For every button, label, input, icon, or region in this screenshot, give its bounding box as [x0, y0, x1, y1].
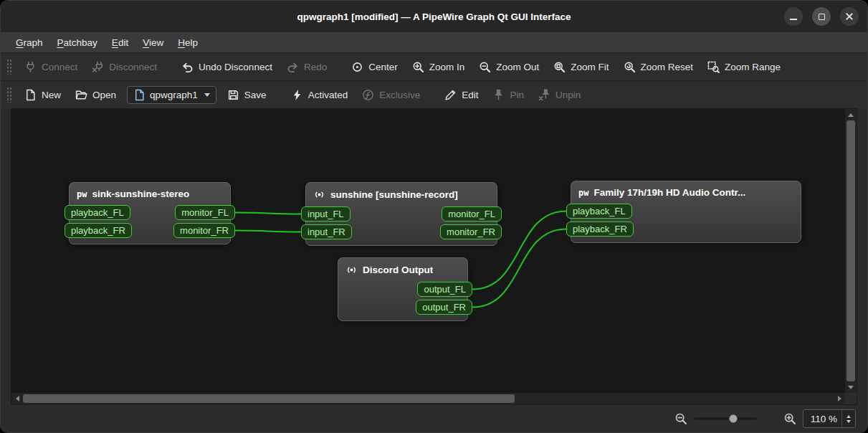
node-title: Family 17h/19h HD Audio Contr...	[593, 187, 745, 198]
spin-buttons	[841, 410, 855, 427]
zoom-out-button[interactable]: Zoom Out	[472, 57, 545, 77]
center-button[interactable]: Center	[345, 57, 404, 77]
unpin-button[interactable]: Unpin	[532, 85, 587, 105]
close-button[interactable]	[840, 7, 859, 26]
minimize-button[interactable]	[784, 7, 803, 26]
zoom-value: 110 %	[810, 414, 837, 424]
graph-node[interactable]: Discord Outputoutput_FLoutput_FR	[338, 257, 468, 321]
pipewire-icon: pw	[77, 190, 87, 199]
v-scroll-down-button[interactable]	[845, 381, 857, 393]
new-button[interactable]: New	[18, 85, 67, 105]
graph-port[interactable]: input_FL	[301, 206, 350, 222]
graph-port[interactable]: monitor_FR	[440, 224, 502, 239]
session-combobox[interactable]: qpwgraph1	[127, 86, 216, 104]
zoom-reset-button[interactable]: Zoom Reset	[617, 57, 700, 77]
graph-port[interactable]: playback_FL	[65, 205, 130, 220]
h-scroll-right-button[interactable]	[834, 393, 845, 404]
graph-port[interactable]: monitor_FR	[173, 223, 235, 238]
speaker-icon	[345, 264, 358, 276]
graph-port[interactable]: output_FL	[417, 282, 472, 297]
speaker-icon	[313, 189, 325, 201]
connection-cable[interactable]	[235, 231, 301, 232]
menu-patchbay[interactable]: Patchbay	[51, 35, 104, 50]
undo-icon	[181, 61, 194, 73]
zoom-slider[interactable]	[694, 413, 757, 424]
graph-port[interactable]: playback_FR	[566, 222, 634, 237]
node-title: sink-sunshine-stereo	[92, 189, 189, 199]
statusbar: 110 %	[1, 405, 867, 432]
zoom-range-icon	[707, 61, 720, 73]
unpin-icon	[538, 89, 550, 101]
menu-graph[interactable]: Graph	[9, 35, 49, 50]
chevron-down-icon	[204, 93, 210, 97]
undo-disconnect-button[interactable]: Undo Disconnect	[175, 57, 279, 77]
horizontal-scrollbar[interactable]	[11, 393, 845, 404]
plug-disconnect-icon	[92, 61, 104, 73]
connect-button[interactable]: Connect	[18, 57, 84, 77]
zoom-fit-button[interactable]: Zoom Fit	[547, 57, 615, 77]
maximize-button[interactable]	[812, 7, 831, 26]
plug-icon	[24, 61, 37, 73]
graph-port[interactable]: playback_FL	[566, 204, 632, 219]
arrow-up-icon	[848, 113, 854, 117]
graph-port[interactable]: output_FR	[416, 300, 472, 315]
graph-node[interactable]: pwFamily 17h/19h HD Audio Contr...playba…	[571, 181, 801, 243]
activated-button[interactable]: Activated	[285, 85, 355, 105]
graph-node[interactable]: pwsink-sunshine-stereoplayback_FLmonitor…	[69, 182, 231, 244]
main-area: pwsink-sunshine-stereoplayback_FLmonitor…	[1, 108, 867, 405]
vertical-scrollbar[interactable]	[845, 109, 857, 393]
titlebar[interactable]: qpwgraph1 [modified] — A PipeWire Graph …	[1, 1, 867, 32]
zoom-spinbox[interactable]: 110 %	[803, 409, 856, 428]
toolbar-drag-handle[interactable]	[6, 59, 11, 75]
spin-up-icon[interactable]	[846, 415, 851, 418]
file-toolbar: New Open qpwgraph1 Save Activated Exclus…	[1, 80, 867, 108]
app-window: qpwgraph1 [modified] — A PipeWire Graph …	[0, 0, 868, 433]
graph-canvas[interactable]: pwsink-sunshine-stereoplayback_FLmonitor…	[11, 109, 845, 393]
lightning-icon	[291, 89, 303, 101]
arrow-down-icon	[848, 386, 854, 389]
v-scroll-thumb[interactable]	[846, 120, 855, 381]
redo-button[interactable]: Redo	[280, 57, 333, 77]
menu-help[interactable]: Help	[171, 35, 204, 50]
exclusive-button[interactable]: Exclusive	[356, 85, 426, 105]
zoom-in-button[interactable]: Zoom In	[406, 57, 472, 77]
file-icon	[133, 89, 146, 101]
edit-button[interactable]: Edit	[438, 85, 485, 105]
graph-port[interactable]: playback_FR	[65, 223, 132, 238]
zoom-out-icon	[479, 61, 491, 73]
new-file-icon	[24, 89, 37, 101]
disconnect-button[interactable]: Disconnect	[85, 57, 163, 77]
h-scroll-left-button[interactable]	[11, 393, 23, 404]
zoom-range-button[interactable]: Zoom Range	[701, 57, 787, 77]
node-title: sunshine [sunshine-record]	[330, 189, 458, 200]
graph-port[interactable]: input_FR	[301, 224, 352, 239]
h-scroll-thumb[interactable]	[23, 394, 515, 403]
save-button[interactable]: Save	[221, 85, 273, 105]
zoom-in-icon[interactable]	[783, 412, 796, 425]
toolbar-drag-handle[interactable]	[6, 87, 11, 103]
slider-groove	[694, 417, 757, 420]
scrollbar-corner	[845, 393, 857, 404]
center-target-icon	[351, 61, 363, 73]
graph-port[interactable]: monitor_FL	[442, 206, 502, 222]
open-button[interactable]: Open	[69, 85, 123, 105]
zoom-out-icon[interactable]	[674, 412, 687, 425]
minimize-icon	[790, 19, 797, 20]
arrow-left-icon	[16, 396, 19, 401]
window-controls	[784, 1, 859, 32]
graph-port[interactable]: monitor_FL	[175, 205, 235, 220]
session-name: qpwgraph1	[150, 90, 198, 100]
connection-cable[interactable]	[235, 213, 301, 214]
pipewire-icon: pw	[578, 189, 588, 197]
graph-view: pwsink-sunshine-stereoplayback_FLmonitor…	[11, 108, 857, 405]
pencil-icon	[444, 89, 457, 101]
menu-edit[interactable]: Edit	[105, 35, 135, 50]
spin-down-icon[interactable]	[846, 420, 851, 423]
pin-button[interactable]: Pin	[486, 85, 530, 105]
v-scroll-up-button[interactable]	[845, 109, 857, 120]
menubar: Graph Patchbay Edit View Help	[1, 32, 867, 52]
zoom-slider-thumb[interactable]	[729, 414, 738, 423]
graph-node[interactable]: sunshine [sunshine-record]input_FLmonito…	[305, 182, 497, 246]
window-title: qpwgraph1 [modified] — A PipeWire Graph …	[297, 11, 571, 22]
menu-view[interactable]: View	[136, 35, 170, 50]
